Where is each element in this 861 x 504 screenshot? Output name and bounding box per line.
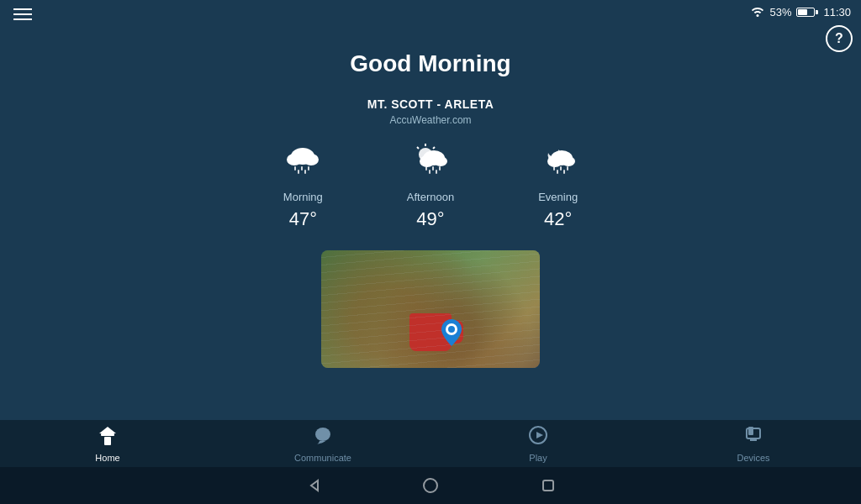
play-icon [528,425,548,450]
communicate-icon [313,425,333,450]
svg-point-0 [757,14,759,17]
evening-label: Evening [538,191,578,203]
morning-label: Morning [283,191,323,203]
svg-rect-5 [301,166,303,171]
morning-temp: 47° [289,208,317,230]
evening-weather-icon [540,143,577,184]
greeting-text: Good Morning [350,50,510,77]
android-recents-button[interactable] [540,477,557,494]
svg-rect-44 [543,480,553,491]
svg-rect-16 [425,166,427,171]
svg-rect-8 [304,170,306,174]
svg-point-15 [434,156,447,166]
svg-marker-33 [99,427,116,433]
nav-item-play[interactable]: Play [430,420,646,467]
clock: 11:30 [823,6,851,18]
battery-icon [796,8,818,17]
weather-panels: Morning 47° [283,143,578,230]
svg-rect-26 [567,166,568,171]
svg-rect-19 [429,170,430,174]
svg-point-23 [562,156,575,166]
svg-rect-25 [560,166,562,171]
play-label: Play [529,453,547,463]
home-label: Home [95,453,119,463]
svg-rect-17 [432,166,434,171]
nav-item-home[interactable]: Home [0,420,215,467]
wifi-icon [751,5,764,19]
android-home-button[interactable] [422,477,439,494]
android-nav [0,467,861,504]
location-badge [439,318,464,351]
help-button[interactable]: ? [826,25,853,52]
main-content: Good Morning MT. SCOTT - ARLETA AccuWeat… [0,0,861,368]
svg-point-2 [287,154,302,165]
afternoon-temp: 49° [416,208,444,230]
afternoon-label: Afternoon [407,191,454,203]
svg-rect-7 [298,170,299,174]
home-icon [98,425,118,450]
android-back-button[interactable] [304,477,321,494]
svg-rect-34 [106,438,109,445]
afternoon-weather-icon [410,143,451,184]
location-info: MT. SCOTT - ARLETA AccuWeather.com [367,97,494,126]
nav-item-devices[interactable]: Devices [646,420,861,467]
svg-rect-27 [557,170,558,174]
svg-rect-41 [748,427,753,435]
svg-rect-20 [436,170,437,174]
svg-line-12 [417,147,419,149]
weather-panel-morning: Morning 47° [283,143,323,230]
svg-rect-6 [308,166,309,171]
svg-line-11 [433,147,435,149]
evening-temp: 42° [544,208,572,230]
location-name: MT. SCOTT - ARLETA [367,97,494,111]
devices-icon [743,425,763,450]
svg-point-14 [420,155,435,167]
svg-point-43 [424,479,437,492]
svg-rect-18 [439,166,441,171]
svg-marker-42 [311,480,318,491]
nav-item-communicate[interactable]: Communicate [215,420,430,467]
morning-weather-icon [284,143,321,184]
weather-panel-afternoon: Afternoon 49° [407,143,454,230]
battery-percentage: 53% [769,6,791,18]
svg-rect-28 [563,170,565,174]
svg-point-22 [547,155,563,167]
weather-source: AccuWeather.com [367,114,494,126]
weather-panel-evening: Evening 42° [538,143,578,230]
devices-label: Devices [737,453,769,463]
bottom-nav: Home Communicate Play [0,420,861,467]
svg-rect-32 [101,433,114,436]
svg-point-35 [315,428,330,441]
svg-rect-4 [294,166,296,171]
featured-image-card[interactable] [321,250,540,368]
svg-marker-37 [536,432,543,438]
svg-rect-24 [553,166,555,171]
hamburger-menu[interactable] [13,8,32,20]
svg-point-30 [448,326,455,333]
status-bar: 53% 11:30 [751,0,861,24]
svg-point-3 [304,154,319,165]
communicate-label: Communicate [294,453,351,463]
